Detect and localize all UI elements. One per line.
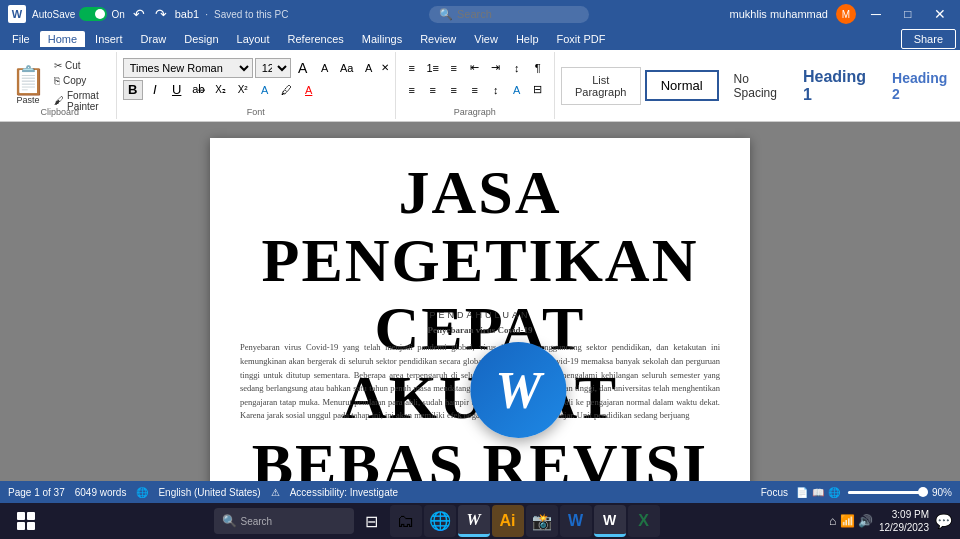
filename: bab1 [175,8,199,20]
normal-style[interactable]: Normal [645,70,719,101]
ribbon-content: 📋 Paste ✂ Cut ⎘ Copy 🖌 Format Painter [0,50,960,122]
text-effects-button[interactable]: A [255,80,275,100]
taskbar-explorer[interactable]: 🗂 [390,505,422,537]
clipboard-label: Clipboard [4,107,116,117]
taskbar-app-misc2[interactable]: W [560,505,592,537]
taskbar: 🔍 Search ⊟ 🗂 🌐 W Ai 📸 W W X [0,503,960,539]
heading1-style[interactable]: Heading 1 [792,63,877,109]
taskbar-excel[interactable]: X [628,505,660,537]
view-buttons: 📄 📖 🌐 [796,487,840,498]
font-family-select[interactable]: Times New Roman [123,58,253,78]
italic-button[interactable]: I [145,80,165,100]
taskbar-chrome[interactable]: 🌐 [424,505,456,537]
search-input[interactable] [457,8,567,20]
case-button[interactable]: Aa [337,58,357,78]
align-center-button[interactable]: ≡ [423,80,443,100]
underline-button[interactable]: U [167,80,187,100]
date: 12/29/2023 [879,521,929,534]
decrease-font-button[interactable]: A [315,58,335,78]
maximize-btn[interactable]: □ [896,2,920,26]
clear-format-button[interactable]: A [359,58,379,78]
menu-draw[interactable]: Draw [133,31,175,47]
decrease-indent-button[interactable]: ⇤ [465,58,485,78]
paragraph-label: Paragraph [396,107,554,117]
increase-indent-button[interactable]: ⇥ [486,58,506,78]
line-spacing-button[interactable]: ↕ [486,80,506,100]
focus-label[interactable]: Focus [761,487,788,498]
accessibility-icon: ⚠ [271,487,280,498]
strikethrough-button[interactable]: ab̶ [189,80,209,100]
close-btn[interactable]: ✕ [928,2,952,26]
heading2-style[interactable]: Heading 2 [881,65,958,107]
search-bar[interactable]: 🔍 [429,6,589,23]
increase-font-button[interactable]: A [293,58,313,78]
copy-button[interactable]: ⎘ Copy [50,74,110,87]
font-color-button[interactable]: A [299,80,319,100]
show-marks-button[interactable]: ¶ [528,58,548,78]
list-paragraph-style[interactable]: List Paragraph [561,67,641,105]
saved-status: · [205,9,208,20]
windows-start-button[interactable] [8,503,44,539]
scissors-icon: ✂ [54,60,62,71]
section-label: PENDAHULUAN [429,310,530,320]
menu-design[interactable]: Design [176,31,226,47]
zoom-control[interactable]: 90% [848,487,952,498]
minimize-btn[interactable]: ─ [864,2,888,26]
autosave-toggle[interactable]: AutoSave On [32,7,125,21]
document-page[interactable]: JASA PENGETIKAN CEPAT AKURAT BEBAS REVIS… [210,138,750,481]
clipboard-group: 📋 Paste ✂ Cut ⎘ Copy 🖌 Format Painter [4,52,117,119]
ribbon-area: File Home Insert Draw Design Layout Refe… [0,28,960,122]
borders-button[interactable]: ⊟ [528,80,548,100]
sort-button[interactable]: ↕ [507,58,527,78]
menu-insert[interactable]: Insert [87,31,131,47]
web-layout-icon[interactable]: 🌐 [828,487,840,498]
title-bar: W AutoSave On ↶ ↷ bab1 · Saved to this P… [0,0,960,28]
superscript-button[interactable]: X² [233,80,253,100]
shading-button[interactable]: A [507,80,527,100]
share-button[interactable]: Share [901,29,956,49]
highlight-button[interactable]: 🖊 [277,80,297,100]
numbering-button[interactable]: 1≡ [423,58,443,78]
font-size-select[interactable]: 12 [255,58,291,78]
font-label: Font [117,107,395,117]
task-view-button[interactable]: ⊟ [356,505,388,537]
menu-view[interactable]: View [466,31,506,47]
multilevel-button[interactable]: ≡ [444,58,464,78]
align-right-button[interactable]: ≡ [444,80,464,100]
menu-help[interactable]: Help [508,31,547,47]
menu-foxitpdf[interactable]: Foxit PDF [549,31,614,47]
cut-button[interactable]: ✂ Cut [50,59,110,72]
menu-mailings[interactable]: Mailings [354,31,410,47]
taskbar-left [8,503,44,539]
menu-review[interactable]: Review [412,31,464,47]
print-layout-icon[interactable]: 📄 [796,487,808,498]
user-name: mukhlis muhammad [730,8,828,20]
taskbar-app-misc1[interactable]: 📸 [526,505,558,537]
undo-btn[interactable]: ↶ [131,6,147,22]
justify-button[interactable]: ≡ [465,80,485,100]
taskbar-center: 🔍 Search ⊟ 🗂 🌐 W Ai 📸 W W X [214,505,660,537]
notification-icon[interactable]: 💬 [935,513,952,529]
word-count: 6049 words [75,487,127,498]
align-left-button[interactable]: ≡ [402,80,422,100]
taskbar-word-active[interactable]: W [594,505,626,537]
redo-btn[interactable]: ↷ [153,6,169,22]
bold-button[interactable]: B [123,80,143,100]
paste-button[interactable]: 📋 Paste [10,65,46,107]
subscript-button[interactable]: X₂ [211,80,231,100]
taskbar-word[interactable]: W [458,505,490,537]
read-mode-icon[interactable]: 📖 [812,487,824,498]
bullets-button[interactable]: ≡ [402,58,422,78]
menu-references[interactable]: References [280,31,352,47]
taskbar-app-ai[interactable]: Ai [492,505,524,537]
paragraph-group: ≡ 1≡ ≡ ⇤ ⇥ ↕ ¶ ≡ ≡ ≡ ≡ ↕ A ⊟ Paragr [396,52,555,119]
taskbar-search[interactable]: 🔍 Search [214,508,354,534]
menu-file[interactable]: File [4,31,38,47]
accessibility-label: Accessibility: Investigate [290,487,398,498]
font-group: Times New Roman 12 A A Aa A ✕ B I U ab̶ [117,52,396,119]
menu-layout[interactable]: Layout [229,31,278,47]
no-spacing-style[interactable]: No Spacing [723,65,788,107]
styles-group: List Paragraph Normal No Spacing Heading… [555,52,960,119]
menu-home[interactable]: Home [40,31,85,47]
status-bar: Page 1 of 37 6049 words 🌐 English (Unite… [0,481,960,503]
